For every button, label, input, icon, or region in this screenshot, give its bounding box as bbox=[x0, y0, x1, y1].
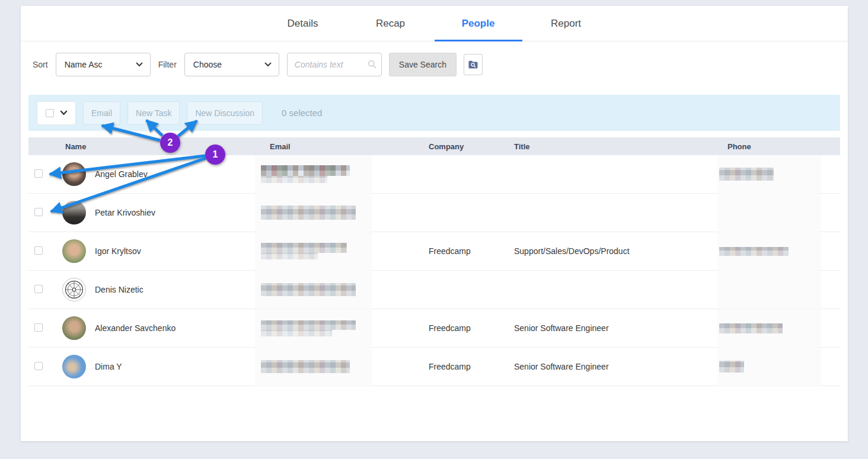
person-name: Igor Kryltsov bbox=[95, 246, 141, 256]
redacted-phone bbox=[719, 323, 783, 333]
column-header-company: Company bbox=[424, 142, 507, 151]
table-row: Dima Y Freedcamp Senior Software Enginee… bbox=[28, 348, 840, 386]
sort-dropdown[interactable]: Name Asc bbox=[56, 53, 151, 76]
redacted-email bbox=[261, 253, 318, 259]
table-header: Name Email Company Title Phone bbox=[28, 137, 840, 155]
folder-search-icon bbox=[468, 60, 478, 69]
person-name: Petar Krivoshiev bbox=[95, 208, 155, 217]
company-cell: Freedcamp bbox=[424, 323, 507, 333]
chevron-down-icon bbox=[264, 62, 272, 67]
sort-label: Sort bbox=[33, 60, 48, 69]
row-checkbox[interactable] bbox=[34, 323, 43, 332]
chevron-down-icon bbox=[60, 110, 68, 115]
column-header-name: Name bbox=[58, 142, 255, 151]
filter-toolbar: Sort Name Asc Filter Choose Save Search bbox=[33, 53, 848, 76]
redacted-phone bbox=[719, 247, 789, 256]
tab-details-label: Details bbox=[288, 18, 318, 30]
redacted-phone bbox=[719, 168, 774, 181]
table-row: Igor Kryltsov Freedcamp Support/Sales/De… bbox=[28, 232, 840, 271]
row-checkbox[interactable] bbox=[34, 362, 43, 370]
redacted-email bbox=[261, 165, 350, 176]
avatar bbox=[62, 201, 86, 224]
company-cell: Freedcamp bbox=[424, 362, 507, 371]
tab-people[interactable]: People bbox=[435, 6, 522, 41]
search-icon bbox=[368, 60, 376, 69]
table-row: Angel Grablev bbox=[28, 155, 840, 194]
people-panel: Details Recap People Report Sort Name As… bbox=[21, 6, 848, 441]
saved-searches-button[interactable] bbox=[464, 54, 483, 75]
company-cell: Freedcamp bbox=[424, 246, 507, 256]
filter-dropdown[interactable]: Choose bbox=[184, 53, 279, 76]
redacted-email bbox=[261, 330, 332, 336]
filter-label: Filter bbox=[158, 60, 177, 69]
person-name: Dima Y bbox=[95, 362, 122, 371]
selected-count: 0 selected bbox=[282, 108, 322, 118]
table-row: Alexander Savchenko Freedcamp Senior Sof… bbox=[28, 309, 840, 348]
table-body: Angel Grablev Petar Krivoshiev bbox=[28, 155, 840, 386]
avatar bbox=[62, 316, 86, 340]
table-row: Petar Krivoshiev bbox=[28, 194, 840, 232]
title-cell: Senior Software Engineer bbox=[507, 323, 711, 333]
column-header-phone: Phone bbox=[711, 142, 840, 151]
redacted-email bbox=[261, 283, 356, 296]
tab-bar: Details Recap People Report bbox=[21, 6, 848, 41]
tab-details[interactable]: Details bbox=[259, 6, 347, 41]
person-name: Denis Nizetic bbox=[95, 285, 143, 294]
sort-dropdown-value: Name Asc bbox=[65, 60, 103, 69]
chevron-down-icon bbox=[136, 62, 143, 67]
tab-recap-label: Recap bbox=[376, 18, 405, 30]
person-name: Alexander Savchenko bbox=[95, 323, 175, 333]
email-button[interactable]: Email bbox=[83, 101, 120, 125]
redacted-phone bbox=[719, 361, 744, 373]
redacted-email bbox=[261, 206, 356, 220]
tab-recap[interactable]: Recap bbox=[347, 6, 435, 41]
title-cell: Support/Sales/DevOps/Product bbox=[507, 246, 711, 256]
new-discussion-button[interactable]: New Discussion bbox=[187, 101, 263, 125]
save-search-button[interactable]: Save Search bbox=[389, 53, 457, 76]
person-name: Angel Grablev bbox=[95, 169, 148, 179]
column-header-title: Title bbox=[507, 142, 711, 151]
avatar bbox=[62, 355, 86, 378]
redacted-email bbox=[261, 320, 356, 330]
select-all-checkbox[interactable] bbox=[46, 109, 54, 117]
redacted-email bbox=[261, 243, 347, 253]
row-checkbox[interactable] bbox=[34, 208, 43, 216]
redacted-email bbox=[261, 360, 350, 373]
bulk-action-bar: Email New Task New Discussion 0 selected bbox=[28, 95, 840, 131]
title-cell: Senior Software Engineer bbox=[507, 362, 711, 371]
row-checkbox[interactable] bbox=[34, 169, 43, 178]
row-checkbox[interactable] bbox=[34, 246, 43, 255]
filter-dropdown-value: Choose bbox=[193, 60, 222, 69]
tab-report[interactable]: Report bbox=[522, 6, 610, 41]
tab-people-label: People bbox=[462, 18, 495, 30]
redacted-email bbox=[261, 176, 327, 183]
new-task-button[interactable]: New Task bbox=[127, 101, 180, 125]
select-all-dropdown[interactable] bbox=[37, 101, 76, 125]
row-checkbox[interactable] bbox=[34, 285, 43, 293]
avatar bbox=[62, 239, 86, 263]
avatar bbox=[62, 162, 86, 186]
table-row: Denis Nizetic bbox=[28, 271, 840, 309]
people-table: Name Email Company Title Phone Angel Gra… bbox=[28, 137, 840, 386]
avatar bbox=[62, 278, 86, 301]
wheel-avatar-icon bbox=[64, 280, 84, 300]
tab-report-label: Report bbox=[551, 18, 581, 30]
column-header-email: Email bbox=[255, 142, 424, 151]
